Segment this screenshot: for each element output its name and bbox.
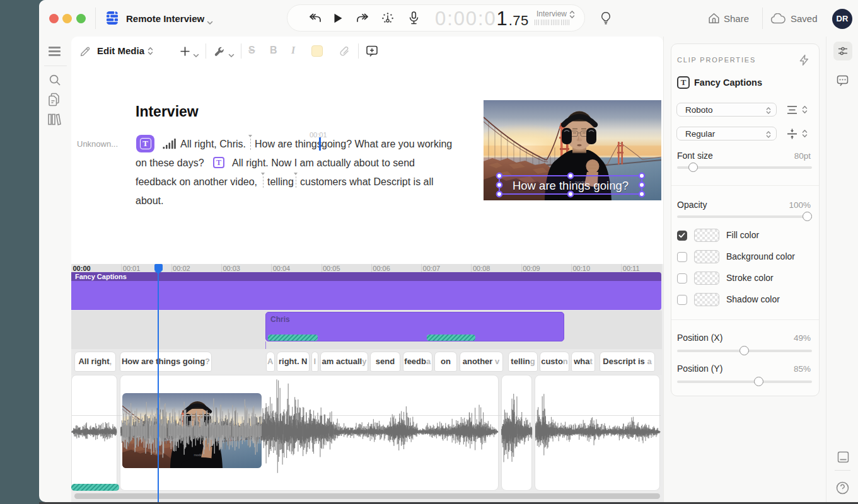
svg-text:How are things going?: How are things going? [513, 179, 629, 192]
